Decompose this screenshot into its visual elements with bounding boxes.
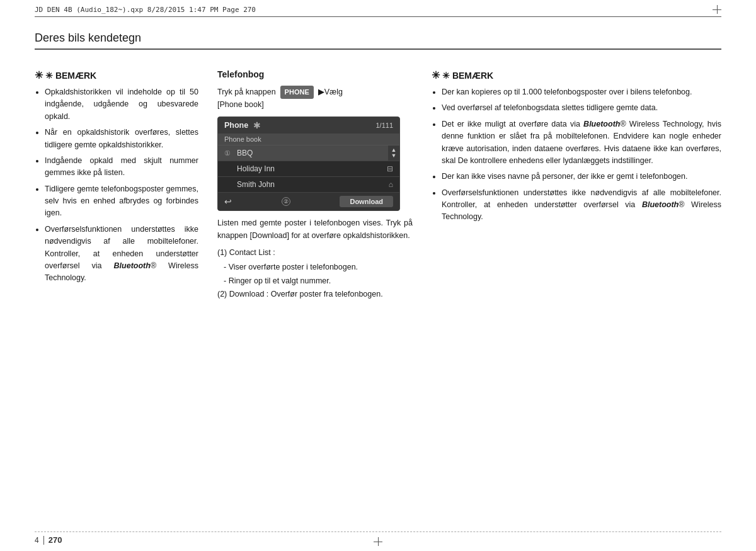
doc-header: JD DEN 4B (Audio_182~).qxp 8/28/2015 1:4… xyxy=(35,5,721,17)
right-note-title-text: ✳ BEMÆRK xyxy=(442,71,493,81)
description-text: Listen med gemte poster i telefonbogen v… xyxy=(217,217,413,242)
left-column: ✳ ✳ BEMÆRK Opkaldshistorikken vil indeho… xyxy=(35,57,198,513)
right-note-list: Der kan kopieres op til 1.000 telefonbog… xyxy=(432,86,721,224)
scroll-arrows: ▲ ▼ xyxy=(388,145,399,161)
instruction-text: Tryk på knappen PHONE ▶Vælg [Phone book] xyxy=(217,86,413,110)
crosshair-bottom-center-icon xyxy=(374,537,382,546)
item-label-2: (2) Download : Overfør poster fra telefo… xyxy=(217,290,383,298)
phone-ui: Phone ✱ 1/111 Phone book ① BBQ □ ▲ ▼ xyxy=(217,116,400,211)
download-button: Download xyxy=(340,196,393,207)
list-item: Ved overførsel af telefonbogsdata slette… xyxy=(442,102,721,114)
phone-list-item: Smith John ⌂ xyxy=(218,177,399,193)
bluetooth-italic-2: Bluetooth xyxy=(642,200,679,209)
phone-header-left: Phone ✱ xyxy=(224,120,261,130)
item-desc-2: (2) Download : Overfør poster fra telefo… xyxy=(217,288,413,300)
phone-list: ① BBQ □ ▲ ▼ Holiday Inn ⊟ xyxy=(218,145,399,193)
list-item: Opkaldshistorikken vil indeholde op til … xyxy=(45,86,198,123)
phone-header: Phone ✱ 1/111 xyxy=(218,117,399,133)
phonebook-label: Phone book xyxy=(218,133,399,145)
item-name: Smith John xyxy=(237,180,389,189)
phone-button: PHONE xyxy=(280,86,314,99)
list-item: Overførselsfunktionen understøttes ikke … xyxy=(442,187,721,224)
bluetooth-italic: Bluetooth xyxy=(583,120,620,128)
section-title: Telefonbog xyxy=(217,69,413,79)
circle-number: ② xyxy=(282,197,290,206)
item-desc-1: (1) Contact List : xyxy=(217,247,413,259)
phone-list-item: Holiday Inn ⊟ xyxy=(218,161,399,177)
page-title-area: Deres bils kendetegn xyxy=(35,31,721,50)
sub-item-2: - Ringer op til et valgt nummer. xyxy=(224,275,413,287)
doc-header-text: JD DEN 4B (Audio_182~).qxp 8/28/2015 1:4… xyxy=(35,6,256,14)
crosshair-top-right-icon xyxy=(713,5,721,14)
left-note-title: ✳ ✳ BEMÆRK xyxy=(35,69,198,81)
center-column: Telefonbog Tryk på knappen PHONE ▶Vælg [… xyxy=(217,57,413,513)
sub-item-1: - Viser overførte poster i telefonbogen. xyxy=(224,261,413,273)
list-item: Overførselsfunktionen understøttes ikke … xyxy=(45,224,198,285)
item-name: Holiday Inn xyxy=(237,164,387,173)
bracket-text: [Phone book] xyxy=(217,100,264,109)
left-note-list: Opkaldshistorikken vil indeholde op til … xyxy=(35,86,198,285)
title-underline xyxy=(35,48,721,50)
right-note-box: ✳ ✳ BEMÆRK Der kan kopieres op til 1.000… xyxy=(432,69,721,224)
phone-label: Phone xyxy=(224,121,248,130)
list-item: Der kan ikke vises navne på personer, de… xyxy=(442,171,721,183)
item-name: BBQ xyxy=(237,149,389,157)
page-counter: 1/111 xyxy=(375,122,393,129)
right-column: ✳ ✳ BEMÆRK Der kan kopieres op til 1.000… xyxy=(432,57,721,513)
phone-footer: ↩ ② Download xyxy=(218,193,399,210)
instruction-word: Tryk på knappen xyxy=(217,88,276,96)
item-number: ① xyxy=(224,149,233,157)
left-note-title-text: ✳ BEMÆRK xyxy=(45,71,96,81)
footer-divider xyxy=(43,536,44,545)
list-item: Når en opkaldshistorik overføres, slette… xyxy=(45,127,198,151)
phone-list-item: ① BBQ □ ▲ ▼ xyxy=(218,145,399,161)
footer-number-2: 270 xyxy=(49,535,62,545)
footer-number-1: 4 xyxy=(35,536,39,545)
right-asterisk-icon: ✳ xyxy=(432,69,440,81)
back-icon: ↩ xyxy=(224,196,232,207)
list-item: Indgående opkald med skjult nummer gemme… xyxy=(45,155,198,179)
arrow-text: ▶Vælg xyxy=(318,88,343,96)
left-asterisk-icon: ✳ xyxy=(35,69,43,81)
item-type-icon: ⌂ xyxy=(389,180,393,189)
list-item: Tidligere gemte telefonbogsposter gemmes… xyxy=(45,183,198,220)
phone-list-area: ① BBQ □ ▲ ▼ Holiday Inn ⊟ xyxy=(218,145,399,193)
scroll-down-icon: ▼ xyxy=(391,153,397,159)
right-note-title: ✳ ✳ BEMÆRK xyxy=(432,69,721,81)
list-item: Det er ikke muligt at overføre data via … xyxy=(442,118,721,168)
left-note-box: ✳ ✳ BEMÆRK Opkaldshistorikken vil indeho… xyxy=(35,69,198,285)
page-title: Deres bils kendetegn xyxy=(35,31,721,45)
bluetooth-text: Bluetooth xyxy=(114,261,151,270)
bluetooth-icon: ✱ xyxy=(253,120,261,130)
list-item: Der kan kopieres op til 1.000 telefonbog… xyxy=(442,86,721,98)
content-area: ✳ ✳ BEMÆRK Opkaldshistorikken vil indeho… xyxy=(35,57,721,513)
item-label-1: (1) Contact List : xyxy=(217,248,275,257)
item-type-icon: ⊟ xyxy=(387,164,393,173)
